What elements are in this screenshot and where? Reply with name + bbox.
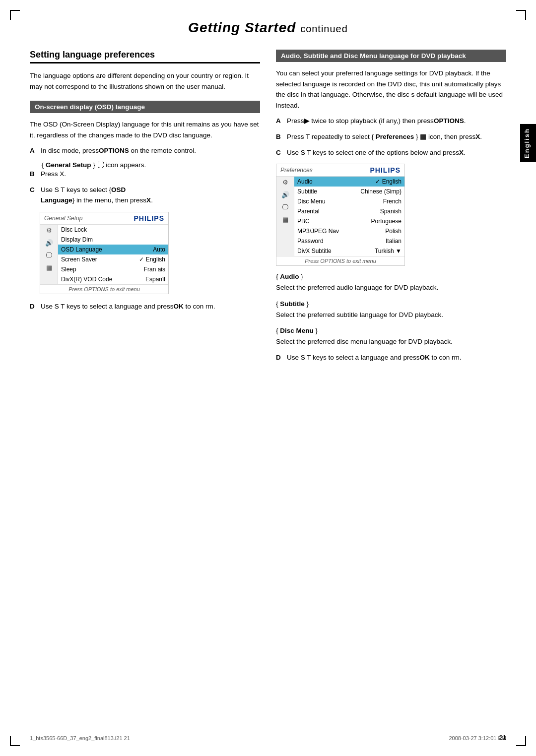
- pref-menu-icons-col: ⚙ 🔊 🖵 ▦: [276, 177, 294, 256]
- intro-text: The language options are different depen…: [30, 70, 260, 92]
- menu-item-divx-vod: DivX(R) VOD Code Espanïl: [58, 274, 168, 284]
- step-b: B Press X.: [30, 169, 260, 180]
- step-d: D Use S T keys to select a language and …: [30, 301, 260, 312]
- right-step-d: D Use S T keys to select a language and …: [276, 352, 506, 363]
- step-b-label: B: [30, 169, 38, 180]
- pref-menu-footer: Press OPTIONS to exit menu: [276, 256, 404, 265]
- philips-logo-osd: PHILIPS: [134, 214, 164, 222]
- step-b-content: Press X.: [41, 169, 260, 180]
- menu-item-disc-lock: Disc Lock: [58, 225, 168, 235]
- subtitle-heading: { Subtitle }: [276, 300, 506, 308]
- right-step-d-content: Use S T keys to select a language and pr…: [287, 352, 506, 363]
- audio-body: Select the preferred audio language for …: [276, 282, 506, 293]
- menu-body: ⚙ 🔊 🖵 ▦ Disc Lock Display Dim OSD: [40, 225, 168, 284]
- right-step-c-content: Use S T keys to select one of the option…: [287, 147, 506, 158]
- step-d-label: D: [30, 301, 38, 312]
- step-a: A In disc mode, pressOPTIONS on the remo…: [30, 145, 260, 156]
- menu-icon-4: ▦: [46, 264, 52, 271]
- discmenu-heading: { Disc Menu }: [276, 327, 506, 334]
- pref-item-parental: Parental Spanish: [294, 206, 404, 216]
- right-step-b-label: B: [276, 131, 284, 142]
- step-c: C Use S T keys to select {OSDLanguage} i…: [30, 185, 260, 206]
- menu-icon-1: ⚙: [46, 227, 52, 234]
- menu-item-osd-language: OSD Language Auto: [58, 245, 168, 254]
- osd-body-text: The OSD (On-Screen Display) language for…: [30, 119, 260, 140]
- english-tab: English: [520, 124, 536, 162]
- audio-subtitle-subheading: Audio, Subtitle and Disc Menu language f…: [276, 50, 506, 62]
- right-step-a: A Press▶ twice to stop playback (if any,…: [276, 116, 506, 126]
- menu-footer-osd: Press OPTIONS to exit menu: [40, 284, 168, 294]
- step-d-content: Use S T keys to select a language and pr…: [41, 301, 260, 312]
- pref-item-divx-subtitle: DivX Subtitle Turkish ▼: [294, 246, 404, 256]
- pref-menu-body: ⚙ 🔊 🖵 ▦ Audio English Subtitle Chinese (…: [276, 177, 404, 256]
- pref-item-pbc: PBC Portuguese: [294, 216, 404, 226]
- page-footer: 1_hts3565-66D_37_eng2_final813.i21 21 20…: [0, 735, 536, 741]
- osd-menu-screenshot: General Setup PHILIPS ⚙ 🔊 🖵 ▦ Disc Lock: [40, 212, 169, 294]
- menu-icons-col: ⚙ 🔊 🖵 ▦: [40, 225, 58, 284]
- audio-subtitle-body: You can select your preferred language s…: [276, 68, 506, 111]
- main-content: Setting language preferences The languag…: [30, 50, 506, 368]
- pref-item-password: Password Italian: [294, 236, 404, 246]
- right-step-b: B Press T repeatedly to select { Prefere…: [276, 131, 506, 142]
- footer-right: 2008-03-27 3:12:01 PM: [449, 735, 506, 741]
- discmenu-body: Select the preferred disc menu language …: [276, 336, 506, 347]
- corner-mark-tl: [10, 10, 20, 20]
- right-step-a-label: A: [276, 116, 284, 126]
- step-a-label: A: [30, 145, 38, 156]
- pref-item-mp3: MP3/JPEG Nav Polish: [294, 226, 404, 236]
- right-step-a-content: Press▶ twice to stop playback (if any,) …: [287, 116, 506, 126]
- step-a-content: In disc mode, pressOPTIONS on the remote…: [41, 145, 260, 156]
- page-header: Getting Started continued: [30, 20, 506, 36]
- menu-header: General Setup PHILIPS: [40, 212, 168, 225]
- sub-step-general-setup: { General Setup } ⛶ icon appears.: [40, 161, 260, 169]
- pref-icon-4: ▦: [282, 216, 288, 223]
- step-c-label: C: [30, 185, 38, 206]
- page-number: 21: [499, 734, 506, 741]
- left-column: Setting language preferences The languag…: [30, 50, 260, 368]
- section-heading: Setting language preferences: [30, 50, 260, 63]
- menu-icon-2: 🔊: [45, 239, 53, 247]
- philips-logo-pref: PHILIPS: [370, 166, 401, 174]
- pref-icon-1: ⚙: [282, 179, 288, 186]
- pref-item-audio: Audio English: [294, 177, 404, 187]
- menu-icon-3: 🖵: [46, 252, 52, 259]
- subtitle-body: Select the preferred subtitle language f…: [276, 310, 506, 320]
- footer-left: 1_hts3565-66D_37_eng2_final813.i21 21: [30, 735, 130, 741]
- menu-item-screen-saver: Screen Saver English: [58, 254, 168, 264]
- osd-subheading: On-screen display (OSD) language: [30, 101, 260, 113]
- audio-heading: { Audio }: [276, 273, 506, 280]
- step-c-content: Use S T keys to select {OSDLanguage} in …: [41, 185, 260, 206]
- right-column: Audio, Subtitle and Disc Menu language f…: [276, 50, 506, 368]
- pref-icon-3: 🖵: [282, 203, 288, 211]
- pref-menu-title: Preferences: [280, 167, 313, 174]
- menu-item-display-dim: Display Dim: [58, 235, 168, 245]
- right-step-c-label: C: [276, 147, 284, 158]
- menu-item-sleep: Sleep Fran ais: [58, 264, 168, 274]
- sub-step-content: { General Setup } ⛶ icon appears.: [40, 161, 146, 169]
- pref-menu-items-col: Audio English Subtitle Chinese (Simp) Di…: [294, 177, 404, 256]
- pref-item-subtitle: Subtitle Chinese (Simp): [294, 187, 404, 196]
- corner-mark-tr: [516, 10, 526, 20]
- right-step-b-content: Press T repeatedly to select { Preferenc…: [287, 131, 506, 142]
- menu-title: General Setup: [44, 215, 82, 222]
- pref-menu-header: Preferences PHILIPS: [276, 164, 404, 177]
- right-step-d-label: D: [276, 352, 284, 363]
- right-step-c: C Use S T keys to select one of the opti…: [276, 147, 506, 158]
- page-container: English Getting Started continued Settin…: [0, 0, 536, 756]
- pref-item-disc-menu: Disc Menu French: [294, 196, 404, 206]
- pref-icon-2: 🔊: [281, 191, 289, 198]
- pref-menu-screenshot: Preferences PHILIPS ⚙ 🔊 🖵 ▦ Audio Englis…: [276, 164, 405, 266]
- menu-items-col: Disc Lock Display Dim OSD Language Auto …: [58, 225, 168, 284]
- page-title: Getting Started continued: [30, 20, 506, 36]
